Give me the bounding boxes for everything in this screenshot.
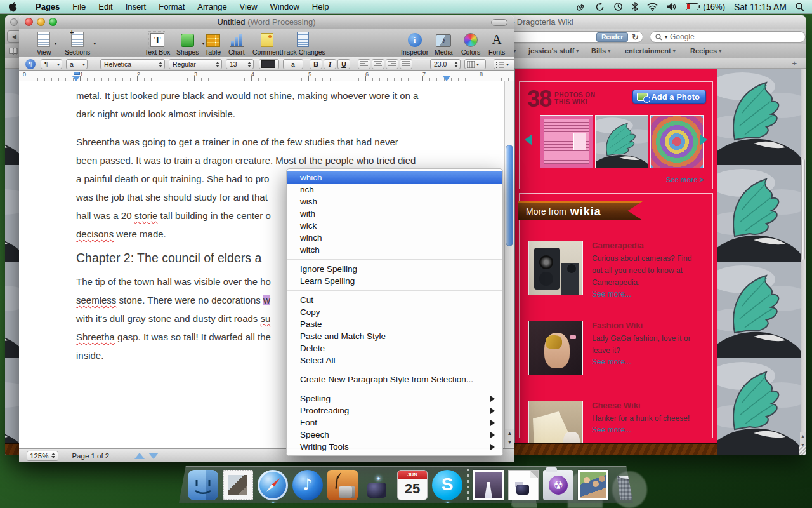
sync-status-icon[interactable] <box>595 3 605 11</box>
battery-status[interactable]: (16%) <box>686 2 725 11</box>
menu-item-select-all[interactable]: Select All <box>287 354 502 366</box>
menu-item-ignore-spelling[interactable]: Ignore Spelling <box>287 263 502 275</box>
next-page-button[interactable] <box>148 453 159 459</box>
volume-status-icon[interactable] <box>667 3 677 11</box>
see-more-link[interactable]: See more... <box>592 358 706 366</box>
menu-bar-clock[interactable]: Sat 11:15 AM <box>734 2 787 12</box>
zoom-button[interactable] <box>49 18 57 26</box>
menu-help[interactable]: Help <box>306 0 336 14</box>
dock-photo-stack-icon[interactable] <box>578 470 608 500</box>
wikia-logo[interactable]: wikia <box>570 205 601 218</box>
scroll-up-icon[interactable]: ▲ <box>800 432 806 441</box>
dock-itunes-icon[interactable]: ♪ <box>292 470 323 500</box>
pages-scrollbar-thumb[interactable] <box>506 145 513 246</box>
menu-item-suggestion[interactable]: wick <box>287 220 502 232</box>
toolbar-chart-button[interactable]: Chart <box>228 31 245 56</box>
pages-titlebar[interactable]: Untitled (Word Processing) <box>19 15 514 29</box>
see-more-photos-link[interactable]: See more > <box>666 176 704 184</box>
add-photo-button[interactable]: Add a Photo <box>632 90 706 104</box>
carousel-prev-icon[interactable] <box>525 134 532 145</box>
menu-insert[interactable]: Insert <box>119 0 153 14</box>
safari-close-button[interactable] <box>10 18 18 26</box>
toolbar-colors-button[interactable]: Colors <box>461 31 480 56</box>
menu-item-learn-spelling[interactable]: Learn Spelling <box>287 275 502 287</box>
menu-item-delete[interactable]: Delete <box>287 342 502 354</box>
google-search-input[interactable] <box>670 32 778 41</box>
minimize-button[interactable] <box>37 18 45 26</box>
toolbar-inspector-button[interactable]: i Inspector <box>401 31 428 56</box>
font-style-select[interactable]: Regular <box>169 59 222 69</box>
zoom-level-select[interactable]: 125% <box>27 451 58 461</box>
menu-item-paste-match-style[interactable]: Paste and Match Style <box>287 330 502 342</box>
menu-item-create-paragraph-style[interactable]: Create New Paragraph Style from Selectio… <box>287 373 502 385</box>
bookmarks-book-icon[interactable] <box>9 48 18 55</box>
menu-item-cut[interactable]: Cut <box>287 294 502 306</box>
line-spacing-stepper[interactable]: 23.0 <box>430 59 461 69</box>
menu-item-proofreading-submenu[interactable]: Proofreading <box>287 404 502 417</box>
toolbar-sections-button[interactable]: ▾ Sections <box>65 31 90 56</box>
bookmark-folder[interactable]: Bills▾ <box>591 47 610 55</box>
search-field[interactable]: ▾ <box>650 31 806 43</box>
photo-thumbnail-screenshot[interactable] <box>540 115 593 168</box>
dock-finder-icon[interactable] <box>188 470 218 500</box>
menu-view[interactable]: View <box>233 0 264 14</box>
font-size-stepper[interactable]: 13 <box>226 59 254 69</box>
scroll-down-icon[interactable]: ▼ <box>505 438 514 447</box>
menu-item-suggestion[interactable]: which <box>287 171 502 184</box>
menu-pages[interactable]: Pages <box>29 0 66 14</box>
first-line-indent-marker[interactable] <box>74 72 80 75</box>
italic-button[interactable]: I <box>324 59 336 69</box>
toolbar-track-changes-button[interactable]: Track Changes <box>280 31 325 56</box>
toolbar-view-button[interactable]: ▾ View <box>37 31 51 56</box>
entry-title-link[interactable]: Camerapedia <box>592 241 706 250</box>
camerapedia-thumbnail[interactable] <box>528 241 583 295</box>
menu-window[interactable]: Window <box>264 0 306 14</box>
underline-button[interactable]: U <box>337 59 350 69</box>
menu-item-writing-tools-submenu[interactable]: Writing Tools <box>287 441 502 453</box>
dock-burn-folder-icon[interactable]: ☢ <box>543 470 573 500</box>
menu-file[interactable]: File <box>66 0 92 14</box>
new-tab-button[interactable]: + <box>792 58 797 68</box>
fashion-wiki-thumbnail[interactable] <box>528 321 583 375</box>
menu-item-suggestion[interactable]: winch <box>287 232 502 244</box>
search-options-icon[interactable]: ▾ <box>665 34 667 40</box>
menu-edit[interactable]: Edit <box>92 0 119 14</box>
safari-scrollbar-thumb[interactable] <box>801 159 805 260</box>
align-center-button[interactable] <box>372 59 384 69</box>
dock-photo-document-icon[interactable] <box>473 470 504 500</box>
menu-item-spelling-submenu[interactable]: Spelling <box>287 392 502 404</box>
menu-item-paste[interactable]: Paste <box>287 318 502 330</box>
menu-item-copy[interactable]: Copy <box>287 306 502 318</box>
list-style-dropdown[interactable]: ▾ <box>494 59 514 69</box>
columns-dropdown[interactable]: ▾ <box>464 59 486 69</box>
spotlight-icon[interactable] <box>796 3 804 11</box>
reload-icon[interactable]: ↻ <box>632 33 639 41</box>
phone-status-icon[interactable] <box>576 3 586 11</box>
dock-safari-icon[interactable] <box>258 470 288 500</box>
background-color-well[interactable]: a <box>283 59 303 69</box>
toolbar-textbox-button[interactable]: T Text Box <box>145 31 170 56</box>
toolbar-comment-button[interactable]: Comment <box>252 31 282 56</box>
menu-item-font-submenu[interactable]: Font <box>287 417 502 429</box>
apple-menu-icon[interactable] <box>9 2 18 12</box>
bold-button[interactable]: B <box>310 59 322 69</box>
bookmark-folder[interactable]: jessica's stuff▾ <box>528 47 579 55</box>
menu-item-suggestion[interactable]: witch <box>287 244 502 256</box>
toolbar-media-button[interactable]: ♪ Media <box>435 31 453 56</box>
right-indent-marker[interactable] <box>443 76 450 81</box>
align-left-button[interactable] <box>358 59 370 69</box>
previous-page-button[interactable] <box>134 453 145 459</box>
reader-button[interactable]: Reader <box>596 32 628 42</box>
toolbar-toggle-button[interactable] <box>491 19 508 26</box>
menu-item-speech-submenu[interactable]: Speech <box>287 429 502 441</box>
left-indent-marker[interactable] <box>72 76 80 81</box>
carousel-next-icon[interactable] <box>700 134 707 145</box>
dock-skype-icon[interactable]: S <box>432 470 462 500</box>
bookmark-folder[interactable]: Recipes▾ <box>690 47 721 55</box>
toolbar-table-button[interactable]: Table <box>205 31 221 56</box>
menu-item-suggestion[interactable]: rich <box>287 184 502 196</box>
menu-format[interactable]: Format <box>152 0 191 14</box>
photo-thumbnail-dragon[interactable] <box>595 115 648 168</box>
paragraph-style-dropdown[interactable]: ¶▾ <box>41 59 62 69</box>
wifi-status-icon[interactable] <box>647 3 658 11</box>
